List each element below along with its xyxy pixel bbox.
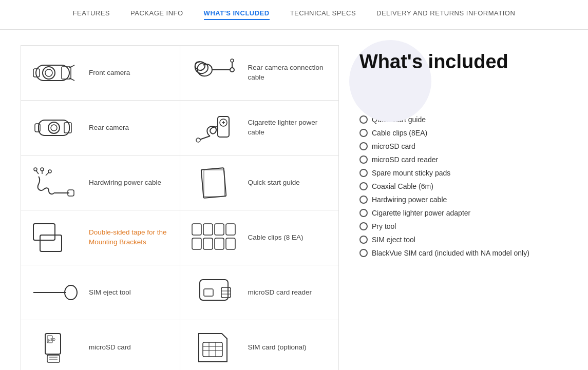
list-item: microSD card (359, 140, 547, 153)
list-item: microSD card reader (359, 153, 547, 166)
list-item: Pry tool (359, 220, 547, 233)
microsd-label: microSD card (89, 343, 131, 353)
guide-label: Quick start guide (248, 178, 300, 188)
svg-point-13 (51, 125, 57, 131)
svg-rect-37 (226, 224, 235, 235)
item-cable-clips: Cable clips (8 EA) (180, 210, 339, 265)
item-front-camera: Front camera (21, 46, 180, 101)
list-item: Cigarette lighter power adapter (359, 206, 547, 220)
item-sim-eject: SIM eject tool (21, 265, 180, 320)
rear-camera-icon (29, 110, 81, 146)
info-panel: What's included Front Camera Rear Camera… (339, 45, 567, 370)
guide-icon (188, 165, 240, 201)
svg-rect-16 (218, 116, 229, 137)
sim-eject-icon (29, 275, 81, 310)
nav-technical-specs[interactable]: TECHNICAL SPECS (290, 9, 356, 20)
svg-point-25 (34, 168, 37, 171)
cable-clips-icon (188, 220, 240, 256)
svg-rect-56 (203, 342, 222, 357)
sim-card-label: SIM card (optional) (248, 343, 307, 353)
front-camera-label: Front camera (89, 68, 130, 78)
rear-cable-label: Rear camera connection cable (248, 63, 331, 83)
item-sim-card: SIM card (optional) (180, 320, 339, 370)
svg-line-20 (200, 136, 210, 140)
card-reader-label: microSD card reader (248, 288, 312, 298)
svg-text:μSD: μSD (48, 338, 55, 342)
list-item: SIM eject tool (359, 233, 547, 246)
cig-cable-label: Cigarette lighter power cable (248, 118, 331, 138)
items-grid: Front camera Rear camera connection cabl… (21, 45, 339, 370)
double-tape-label: Double-sided tape for the Mounting Brack… (89, 228, 172, 247)
sim-eject-label: SIM eject tool (89, 288, 131, 298)
svg-rect-33 (40, 235, 62, 251)
list-item: Cable clips (8EA) (359, 126, 547, 140)
svg-point-21 (196, 138, 200, 142)
item-double-tape: Double-sided tape for the Mounting Brack… (21, 210, 180, 265)
svg-point-8 (230, 68, 234, 72)
svg-rect-46 (221, 287, 231, 298)
svg-rect-15 (64, 123, 71, 133)
microsd-icon: μSD (29, 329, 81, 365)
svg-rect-39 (203, 238, 213, 249)
list-item: Coaxial Cable (6m) (359, 180, 547, 193)
svg-rect-14 (35, 124, 40, 132)
svg-point-12 (48, 122, 60, 133)
hardwiring-label: Hardwiring power cable (89, 178, 161, 188)
nav-whats-included[interactable]: WHAT'S INCLUDED (204, 9, 270, 20)
svg-rect-52 (47, 355, 60, 362)
svg-rect-32 (33, 224, 55, 240)
svg-rect-40 (215, 238, 224, 249)
svg-rect-30 (201, 168, 226, 198)
svg-point-1 (43, 67, 55, 79)
list-item: Hardwiring power cable (359, 193, 547, 206)
cig-cable-icon (188, 110, 240, 146)
svg-rect-34 (192, 224, 201, 235)
sim-card-icon (188, 329, 240, 365)
svg-rect-38 (192, 238, 201, 249)
list-item: BlackVue SIM card (included with NA mode… (359, 246, 547, 260)
item-rear-cable: Rear camera connection cable (180, 46, 339, 101)
cable-clips-label: Cable clips (8 EA) (248, 233, 304, 243)
svg-point-29 (48, 170, 51, 173)
item-rear-camera: Rear camera (21, 101, 180, 155)
nav-delivery[interactable]: DELIVERY AND RETURNS INFORMATION (376, 9, 515, 20)
card-reader-icon (188, 275, 240, 310)
svg-point-43 (65, 285, 77, 300)
item-card-reader: microSD card reader (180, 265, 339, 320)
nav-package-info[interactable]: PACKAGE INFO (130, 9, 183, 20)
svg-rect-45 (204, 289, 213, 296)
rear-camera-label: Rear camera (89, 123, 129, 133)
item-hardwiring: Hardwiring power cable (21, 155, 180, 210)
svg-rect-35 (203, 224, 213, 235)
nav-features[interactable]: FEATURES (73, 9, 110, 20)
main-nav: FEATURES PACKAGE INFO WHAT'S INCLUDED TE… (0, 0, 588, 30)
rear-cable-icon (188, 55, 240, 91)
info-title-wrap: What's included (359, 50, 547, 74)
item-guide: Quick start guide (180, 155, 339, 210)
list-item: Spare mount sticky pads (359, 166, 547, 180)
svg-rect-36 (215, 224, 224, 235)
item-cig-cable: Cigarette lighter power cable (180, 101, 339, 155)
svg-point-2 (45, 69, 52, 76)
double-tape-icon (29, 220, 81, 256)
svg-rect-41 (226, 238, 235, 249)
info-title: What's included (359, 50, 547, 74)
main-content: Front camera Rear camera connection cabl… (0, 30, 588, 370)
hardwiring-icon (29, 165, 81, 201)
svg-line-28 (46, 172, 49, 176)
front-camera-icon (29, 55, 81, 91)
item-microsd: μSD microSD card (21, 320, 180, 370)
svg-rect-31 (204, 170, 224, 197)
